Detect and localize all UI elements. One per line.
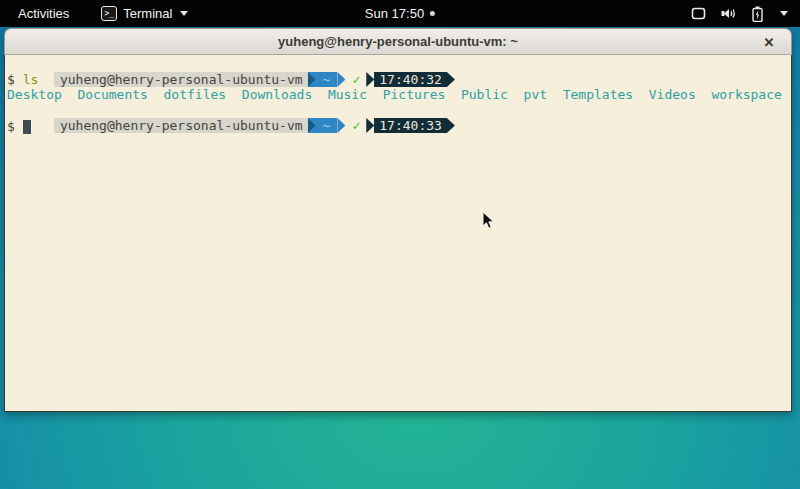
volume-icon [721,7,737,20]
battery-charging-icon [752,6,763,22]
prompt-char: $ [7,119,15,134]
powerline-arrow-icon [337,72,345,87]
prompt-cwd: ~ [316,118,338,133]
typed-command: ls [23,72,39,87]
powerline-arrow-icon [308,118,316,133]
top-bar: Activities >_ Terminal Sun 17:50 [0,0,800,27]
prompt-line: yuheng@henry-personal-ubuntu-vm~✓17:40:3… [7,103,789,118]
network-icon [691,7,706,20]
prompt-user-host: yuheng@henry-personal-ubuntu-vm [54,118,308,133]
prompt-line: yuheng@henry-personal-ubuntu-vm~✓17:40:3… [7,57,789,72]
terminal-cursor [23,120,31,134]
terminal-app-icon: >_ [101,6,117,21]
powerline-arrow-icon [308,72,316,87]
status-check-icon: ✓ [352,118,360,133]
powerline-arrow-icon [366,72,374,87]
notification-dot-icon [430,11,435,16]
clock-label: Sun 17:50 [365,6,424,21]
system-menu-button[interactable] [685,0,794,27]
powerline-arrow-icon [447,72,455,87]
prompt-user-host: yuheng@henry-personal-ubuntu-vm [54,72,308,87]
status-check-icon: ✓ [352,72,360,87]
powerline-arrow-icon [366,118,374,133]
prompt-timestamp: 17:40:32 [374,72,447,87]
terminal-window: yuheng@henry-personal-ubuntu-vm: ~ ✕ yuh… [4,28,792,412]
chevron-down-icon [180,11,188,16]
prompt-cwd: ~ [316,72,338,87]
window-titlebar[interactable]: yuheng@henry-personal-ubuntu-vm: ~ ✕ [4,28,792,55]
clock-button[interactable]: Sun 17:50 [365,0,435,27]
prompt-char: $ [7,72,15,87]
powerline-arrow-icon [447,118,455,133]
terminal-screen[interactable]: yuheng@henry-personal-ubuntu-vm~✓17:40:3… [4,55,792,412]
app-menu-label: Terminal [123,6,172,21]
ls-output-line: Desktop Documents dotfiles Downloads Mus… [7,87,789,102]
close-button[interactable]: ✕ [759,32,779,52]
window-title: yuheng@henry-personal-ubuntu-vm: ~ [278,34,518,49]
prompt-timestamp: 17:40:33 [374,118,447,133]
chevron-down-icon [780,11,788,16]
powerline-arrow-icon [337,118,345,133]
app-menu-terminal[interactable]: >_ Terminal [101,6,188,21]
activities-button[interactable]: Activities [14,6,73,21]
